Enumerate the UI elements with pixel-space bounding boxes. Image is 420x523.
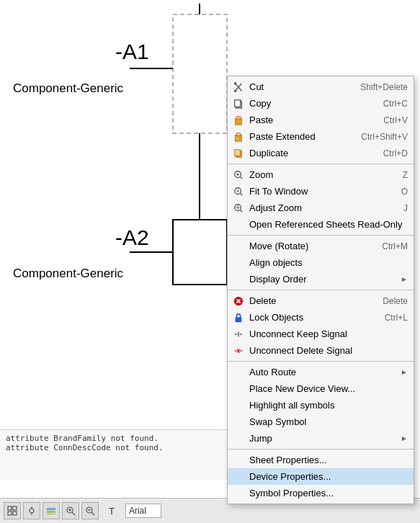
svg-point-10 (234, 82, 237, 85)
menu-item-delete-label: Delete (249, 295, 368, 306)
jump-icon (232, 432, 245, 445)
toolbar-btn-zoom-out[interactable] (81, 502, 99, 519)
auto-route-icon (232, 366, 245, 379)
move-rotate-icon (232, 240, 245, 253)
toolbar-text-label: T (109, 506, 115, 517)
svg-rect-43 (8, 506, 12, 510)
menu-item-zoom-label: Zoom (249, 169, 388, 180)
toolbar-btn-snap[interactable] (23, 502, 40, 519)
menu-item-device-properties[interactable]: Device Properties... (228, 468, 414, 485)
menu-item-adjust-zoom-label: Adjust Zoom (249, 202, 389, 213)
divider-3 (228, 290, 414, 290)
svg-rect-50 (47, 508, 55, 510)
menu-item-highlight-symbols-label: Highlight all symbols (249, 400, 408, 411)
menu-item-place-new-device[interactable]: Place New Device View... (228, 380, 414, 397)
menu-item-paste-extended[interactable]: + Paste Extended Ctrl+Shift+V (228, 128, 414, 145)
svg-rect-35 (236, 317, 242, 322)
menu-item-paste-extended-label: Paste Extended (249, 131, 347, 142)
menu-item-duplicate[interactable]: Duplicate Ctrl+D (228, 145, 414, 161)
menu-item-device-properties-label: Device Properties... (249, 471, 408, 482)
menu-item-lock-objects[interactable]: Lock Objects Ctrl+L (228, 309, 414, 326)
delete-icon (232, 295, 245, 308)
place-new-device-icon (232, 383, 245, 395)
highlight-symbols-icon (232, 399, 245, 412)
menu-item-sheet-properties[interactable]: Sheet Properties... (228, 452, 414, 468)
adjust-zoom-icon (232, 202, 245, 215)
menu-item-open-ref-sheets-label: Open Referenced Sheets Read-Only (249, 219, 408, 230)
align-objects-icon (232, 256, 245, 269)
menu-item-open-ref-sheets[interactable]: Open Referenced Sheets Read-Only (228, 216, 414, 233)
toolbar-btn-layers[interactable] (43, 502, 60, 519)
svg-line-54 (72, 512, 75, 515)
menu-item-swap-symbol[interactable]: Swap Symbol (228, 414, 414, 430)
svg-rect-6 (173, 220, 227, 285)
svg-point-47 (30, 509, 34, 513)
menu-item-swap-symbol-label: Swap Symbol (249, 416, 408, 427)
swap-symbol-icon (232, 416, 245, 429)
copy-icon (232, 97, 245, 110)
menu-item-fit-to-window-shortcut: O (401, 187, 408, 197)
menu-item-unconnect-keep-label: Unconnect Keep Signal (249, 328, 408, 339)
divider-1 (228, 164, 414, 164)
menu-item-align-objects[interactable]: Align objects (228, 254, 414, 271)
menu-item-highlight-symbols[interactable]: Highlight all symbols (228, 397, 414, 414)
menu-item-unconnect-delete-label: Unconnect Delete Signal (249, 345, 408, 356)
menu-item-move-rotate-shortcut: Ctrl+M (382, 241, 408, 251)
menu-item-symbol-properties[interactable]: Symbol Properties... (228, 485, 414, 501)
unconnect-keep-icon (232, 328, 245, 341)
divider-5 (228, 449, 414, 450)
menu-item-fit-to-window[interactable]: Fit To Window O (228, 183, 414, 200)
svg-text:Component-Generic: Component-Generic (13, 81, 124, 95)
menu-item-cut-shortcut: Shift+Delete (360, 82, 408, 92)
menu-item-auto-route[interactable]: Auto Route ► (228, 364, 414, 380)
divider-2 (228, 235, 414, 236)
svg-text:-A1: -A1 (115, 40, 149, 63)
menu-item-move-rotate[interactable]: Move (Rotate) Ctrl+M (228, 238, 414, 254)
menu-item-unconnect-delete[interactable]: Unconnect Delete Signal (228, 342, 414, 359)
svg-rect-15 (236, 116, 240, 119)
menu-item-duplicate-label: Duplicate (249, 148, 369, 158)
auto-route-arrow: ► (401, 368, 408, 376)
svg-rect-13 (235, 99, 241, 107)
scissors-icon (232, 81, 245, 94)
menu-item-copy[interactable]: Copy Ctrl+C (228, 95, 414, 112)
toolbar-btn-zoom-in[interactable] (62, 502, 79, 519)
menu-item-jump[interactable]: Jump ► (228, 430, 414, 447)
context-menu: Cut Shift+Delete Copy Ctrl+C Paste Ctrl+… (227, 76, 414, 504)
svg-text:+: + (236, 136, 238, 140)
duplicate-icon (232, 147, 245, 160)
jump-arrow: ► (401, 434, 408, 442)
menu-item-unconnect-keep[interactable]: Unconnect Keep Signal (228, 326, 414, 342)
menu-item-lock-objects-label: Lock Objects (249, 312, 370, 323)
svg-text:Component-Generic: Component-Generic (13, 267, 124, 280)
toolbar-font-selector[interactable]: Arial (125, 504, 161, 518)
menu-item-jump-label: Jump (249, 433, 395, 444)
svg-rect-0 (173, 14, 227, 133)
menu-item-zoom[interactable]: Zoom Z (228, 166, 414, 183)
fit-to-window-icon (232, 185, 245, 198)
lock-icon (232, 311, 245, 324)
svg-rect-52 (47, 514, 55, 514)
menu-item-adjust-zoom-shortcut: J (403, 203, 408, 213)
menu-item-sheet-properties-label: Sheet Properties... (249, 455, 408, 465)
paste-extended-icon: + (232, 130, 245, 143)
open-ref-sheets-icon (232, 218, 245, 231)
menu-item-delete-shortcut: Delete (383, 296, 408, 306)
menu-item-cut-label: Cut (249, 81, 346, 92)
menu-item-display-order[interactable]: Display Order ► (228, 271, 414, 287)
schematic-drawing: -A1 Component-Generic -A2 Component-Gene… (0, 0, 231, 447)
menu-item-cut[interactable]: Cut Shift+Delete (228, 79, 414, 95)
menu-item-display-order-label: Display Order (249, 274, 395, 285)
zoom-icon (232, 169, 245, 182)
menu-item-copy-shortcut: Ctrl+C (383, 99, 408, 109)
display-order-arrow: ► (401, 275, 408, 283)
menu-item-adjust-zoom[interactable]: Adjust Zoom J (228, 200, 414, 216)
divider-4 (228, 361, 414, 362)
menu-item-paste-label: Paste (249, 115, 369, 125)
menu-item-zoom-shortcut: Z (403, 170, 408, 180)
menu-item-paste[interactable]: Paste Ctrl+V (228, 112, 414, 128)
menu-item-move-rotate-label: Move (Rotate) (249, 241, 367, 251)
menu-item-delete[interactable]: Delete Delete (228, 292, 414, 309)
toolbar-btn-grid[interactable] (4, 502, 21, 519)
unconnect-delete-icon (232, 344, 245, 357)
